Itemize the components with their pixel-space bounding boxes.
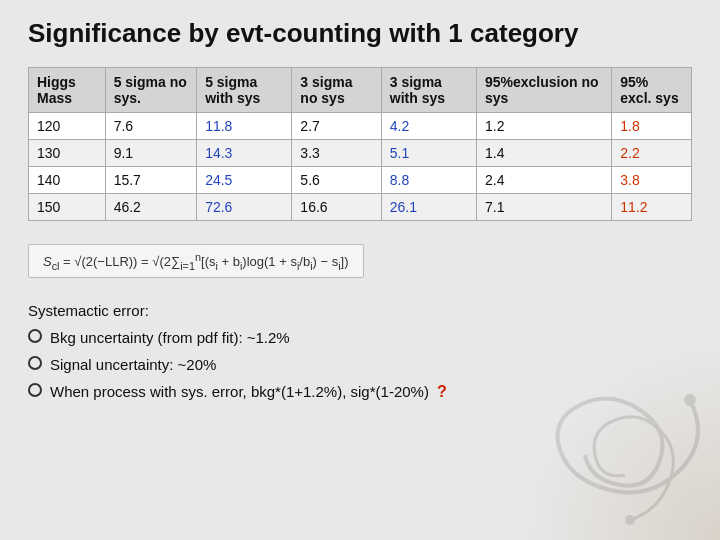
table-row: 1309.114.33.35.11.42.2 — [29, 140, 692, 167]
significance-table: Higgs Mass 5 sigma no sys. 5 sigma with … — [28, 67, 692, 221]
table-cell: 14.3 — [197, 140, 292, 167]
table-cell: 5.6 — [292, 167, 381, 194]
table-cell: 150 — [29, 194, 106, 221]
notes-item-2: When process with sys. error, bkg*(1+1.2… — [28, 378, 692, 407]
table-cell: 7.1 — [476, 194, 611, 221]
table-cell: 16.6 — [292, 194, 381, 221]
table-cell: 3.3 — [292, 140, 381, 167]
formula-area: Scl = √(2(−LLR)) = √(2∑i=1n[(si + bi)log… — [28, 241, 692, 281]
table-cell: 2.4 — [476, 167, 611, 194]
col-header-4: 3 sigma with sys — [381, 68, 476, 113]
notes-title: Systemactic error: — [28, 297, 692, 324]
table-cell: 3.8 — [612, 167, 692, 194]
table-cell: 130 — [29, 140, 106, 167]
table-cell: 1.2 — [476, 113, 611, 140]
table-cell: 8.8 — [381, 167, 476, 194]
table-cell: 1.8 — [612, 113, 692, 140]
bullet-icon-0 — [28, 329, 42, 343]
bullet-icon-2 — [28, 383, 42, 397]
table-cell: 46.2 — [105, 194, 196, 221]
formula-display: Scl = √(2(−LLR)) = √(2∑i=1n[(si + bi)log… — [28, 244, 364, 279]
notes-section: Systemactic error: Bkg uncertainty (from… — [28, 297, 692, 407]
table-cell: 4.2 — [381, 113, 476, 140]
table-cell: 26.1 — [381, 194, 476, 221]
notes-item-0: Bkg uncertainty (from pdf fit): ~1.2% — [28, 324, 692, 351]
notes-item-text-0: Bkg uncertainty (from pdf fit): ~1.2% — [50, 324, 290, 351]
table-row: 14015.724.55.68.82.43.8 — [29, 167, 692, 194]
table-cell: 120 — [29, 113, 106, 140]
table-row: 15046.272.616.626.17.111.2 — [29, 194, 692, 221]
svg-point-1 — [625, 515, 635, 525]
col-header-6: 95% excl. sys — [612, 68, 692, 113]
table-cell: 11.2 — [612, 194, 692, 221]
table-cell: 1.4 — [476, 140, 611, 167]
table-cell: 9.1 — [105, 140, 196, 167]
table-cell: 11.8 — [197, 113, 292, 140]
table-cell: 7.6 — [105, 113, 196, 140]
col-header-0: Higgs Mass — [29, 68, 106, 113]
col-header-3: 3 sigma no sys — [292, 68, 381, 113]
table-cell: 15.7 — [105, 167, 196, 194]
notes-item-text-2: When process with sys. error, bkg*(1+1.2… — [50, 378, 429, 405]
col-header-5: 95%exclusion no sys — [476, 68, 611, 113]
table-cell: 2.7 — [292, 113, 381, 140]
table-cell: 72.6 — [197, 194, 292, 221]
col-header-1: 5 sigma no sys. — [105, 68, 196, 113]
notes-item-1: Signal uncertainty: ~20% — [28, 351, 692, 378]
notes-item-text-1: Signal uncertainty: ~20% — [50, 351, 216, 378]
question-mark: ? — [437, 378, 447, 407]
table-cell: 5.1 — [381, 140, 476, 167]
page-title: Significance by evt-counting with 1 cate… — [28, 18, 692, 49]
table-cell: 2.2 — [612, 140, 692, 167]
table-cell: 140 — [29, 167, 106, 194]
table-cell: 24.5 — [197, 167, 292, 194]
bullet-icon-1 — [28, 356, 42, 370]
col-header-2: 5 sigma with sys — [197, 68, 292, 113]
table-row: 1207.611.82.74.21.21.8 — [29, 113, 692, 140]
